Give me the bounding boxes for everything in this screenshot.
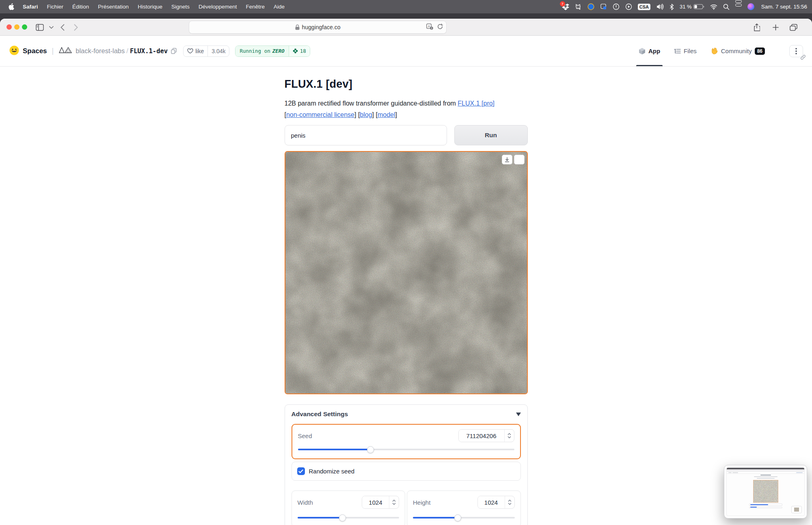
tab-community[interactable]: Community 86 <box>710 36 765 66</box>
share-button[interactable] <box>751 22 762 32</box>
hardware-name: ZERO <box>272 48 285 54</box>
height-input[interactable] <box>478 496 505 508</box>
menu-developpement[interactable]: Développement <box>194 0 242 13</box>
menu-aide[interactable]: Aide <box>269 0 289 13</box>
pet-app-icon[interactable] <box>572 0 585 13</box>
like-button[interactable]: like <box>184 46 207 56</box>
files-icon <box>674 48 681 54</box>
seed-stepper[interactable] <box>504 430 514 442</box>
safari-toolbar: huggingface.co A <box>0 19 812 36</box>
accordion-title: Advanced Settings <box>292 410 348 418</box>
download-image-button[interactable] <box>502 155 512 164</box>
running-label: Running on <box>240 48 270 54</box>
copy-repo-button[interactable] <box>171 48 177 54</box>
macos-menubar: Safari Fichier Édition Présentation Hist… <box>0 0 812 13</box>
repo-name[interactable]: FLUX.1-dev <box>130 48 168 55</box>
menubar-clock[interactable]: Sam. 7 sept. 15:56 <box>757 4 807 10</box>
minimize-button[interactable] <box>14 24 19 30</box>
like-widget: like 3.04k <box>183 45 229 57</box>
more-options-button[interactable] <box>789 45 803 57</box>
prompt-input[interactable] <box>285 125 447 145</box>
size-row: Width He <box>292 490 521 525</box>
volume-icon[interactable] <box>653 0 667 13</box>
result-image[interactable] <box>285 151 528 394</box>
width-stepper[interactable] <box>389 496 399 508</box>
control-center-icon[interactable] <box>732 0 745 13</box>
menu-presentation[interactable]: Présentation <box>93 0 133 13</box>
org-link[interactable]: black-forest-labs <box>76 47 125 55</box>
tab-overview-button[interactable] <box>788 22 799 32</box>
license-link[interactable]: non-commercial license <box>286 111 354 118</box>
width-label: Width <box>298 499 313 506</box>
forward-button[interactable] <box>70 22 82 32</box>
bracket: ] [ <box>354 111 360 118</box>
model-link[interactable]: model <box>378 111 395 118</box>
height-label: Height <box>413 499 430 506</box>
width-panel: Width <box>292 490 406 525</box>
back-button[interactable] <box>57 22 68 32</box>
stepper-down-icon <box>508 436 511 439</box>
spaces-label[interactable]: Spaces <box>23 47 47 55</box>
screen-preview-thumbnail[interactable] <box>724 465 807 519</box>
spotlight-search-icon[interactable] <box>720 0 732 13</box>
menu-fenetre[interactable]: Fenêtre <box>242 0 270 13</box>
safari-window: huggingface.co A Spaces | <box>0 19 812 525</box>
page-title: FLUX.1 [dev] <box>285 78 528 91</box>
seed-input[interactable] <box>459 430 504 442</box>
alert-clock-icon[interactable] <box>610 0 622 13</box>
zoom-button[interactable] <box>22 24 27 30</box>
bracket: ] [ <box>372 111 378 118</box>
new-tab-button[interactable] <box>770 22 781 32</box>
hf-logo-icon[interactable] <box>9 45 19 57</box>
accordion-header[interactable]: Advanced Settings <box>292 410 521 418</box>
tab-files[interactable]: Files <box>674 36 697 66</box>
address-bar[interactable]: huggingface.co A <box>189 21 447 34</box>
tab-app-label: App <box>648 48 660 54</box>
height-stepper[interactable] <box>505 496 514 508</box>
blue-circle-app-icon[interactable] <box>585 0 597 13</box>
tab-files-label: Files <box>684 48 697 54</box>
battery-status[interactable]: 31 % <box>677 0 707 13</box>
sidebar-toggle-button[interactable] <box>34 22 45 32</box>
prompt-row: Run <box>285 125 528 145</box>
siri-icon[interactable] <box>745 0 757 13</box>
hf-space-header: Spaces | black-forest-labs / FLUX.1-dev … <box>0 36 812 67</box>
randomize-checkbox[interactable] <box>297 467 305 475</box>
header-divider: | <box>52 47 54 55</box>
menu-fichier[interactable]: Fichier <box>43 0 68 13</box>
close-button[interactable] <box>6 24 12 30</box>
menu-edition[interactable]: Édition <box>68 0 93 13</box>
screenshot-app-icon[interactable] <box>597 0 610 13</box>
bracket: ] <box>395 111 397 118</box>
menu-safari[interactable]: Safari <box>18 0 43 13</box>
dropbox-icon[interactable]: 7 <box>559 0 572 13</box>
menu-signets[interactable]: Signets <box>167 0 194 13</box>
flux-pro-link[interactable]: FLUX.1 [pro] <box>458 100 495 107</box>
fullscreen-image-button[interactable] <box>514 155 525 164</box>
height-panel: Height <box>407 490 521 525</box>
height-slider[interactable] <box>413 514 515 521</box>
blog-link[interactable]: blog <box>360 111 372 118</box>
like-label: like <box>195 48 204 54</box>
run-button[interactable]: Run <box>454 125 528 145</box>
community-icon <box>710 48 718 55</box>
wifi-icon[interactable] <box>707 0 720 13</box>
hardware-badge[interactable]: Running on ZERO 18 <box>235 45 310 57</box>
tab-group-chevron[interactable] <box>45 22 57 32</box>
translate-icon[interactable]: A <box>426 24 433 31</box>
width-slider[interactable] <box>298 514 400 521</box>
stepper-up-icon <box>508 433 511 435</box>
active-tab-underline <box>636 65 663 66</box>
tab-app[interactable]: App <box>639 36 660 66</box>
bluetooth-icon[interactable] <box>667 0 677 13</box>
seed-slider[interactable] <box>298 446 514 453</box>
reload-button[interactable] <box>437 24 443 31</box>
width-input[interactable] <box>362 496 389 508</box>
like-count[interactable]: 3.04k <box>207 46 229 56</box>
play-circle-icon[interactable] <box>622 0 635 13</box>
keyboard-layout-badge[interactable]: CSA <box>635 0 653 13</box>
menu-historique[interactable]: Historique <box>133 0 167 13</box>
apple-menu-icon[interactable] <box>5 3 18 10</box>
download-icon <box>505 157 510 162</box>
preview-noise-image <box>753 480 778 503</box>
